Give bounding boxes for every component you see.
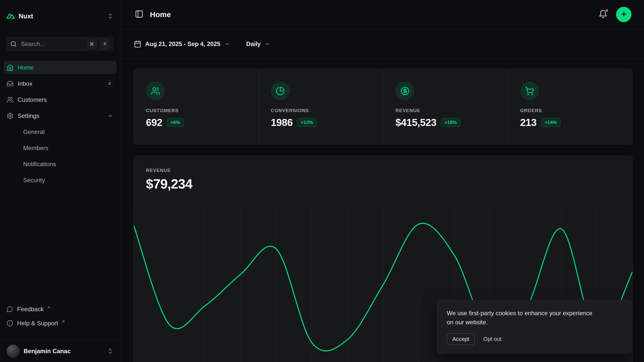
feedback-link[interactable]: Feedback xyxy=(4,303,116,315)
search-input[interactable]: Search... ⌘ K xyxy=(7,37,113,51)
cookie-actions: Accept Opt out xyxy=(447,333,622,345)
kbd-meta: ⌘ xyxy=(87,39,97,49)
revenue-label: REVENUE xyxy=(146,168,620,173)
sidebar-item-notifications[interactable]: Notifications xyxy=(4,157,116,171)
sidebar-spacer xyxy=(0,190,120,303)
sidebar-item-home[interactable]: Home xyxy=(4,61,116,74)
home-icon xyxy=(7,64,14,71)
users-icon xyxy=(146,81,165,100)
stat-value: 692 xyxy=(146,117,162,128)
sidebar-child-label: General xyxy=(23,128,45,135)
stat-label: REVENUE xyxy=(395,108,496,113)
cookie-optout-button[interactable]: Opt out xyxy=(483,336,501,342)
message-bubble-icon xyxy=(7,306,13,312)
sidebar-item-general[interactable]: General xyxy=(4,125,116,139)
circle-dollar-icon xyxy=(395,81,414,100)
stat-label: CONVERSIONS xyxy=(271,108,371,113)
date-range-picker[interactable]: Aug 21, 2025 - Sep 4, 2025 xyxy=(134,40,230,48)
notifications-button[interactable] xyxy=(597,9,609,20)
stat-change-badge: +13% xyxy=(297,118,316,127)
page-title: Home xyxy=(150,10,171,19)
inbox-icon xyxy=(7,80,14,87)
sidebar-toggle-button[interactable] xyxy=(134,9,144,20)
user-menu[interactable]: Benjamin Canac xyxy=(0,340,120,362)
sidebar-child-label: Notifications xyxy=(23,161,56,168)
workspace-name: Nuxt xyxy=(19,12,33,20)
chevron-up-icon xyxy=(107,113,113,119)
stat-value: 1986 xyxy=(271,117,293,128)
stat-label: CUSTOMERS xyxy=(146,108,247,113)
sidebar-item-label: Home xyxy=(18,64,34,71)
sidebar-item-label: Customers xyxy=(18,96,47,103)
plus-icon xyxy=(620,10,628,19)
avatar xyxy=(7,345,20,358)
sidebar-item-members[interactable]: Members xyxy=(4,141,116,155)
search-placeholder: Search... xyxy=(21,40,83,48)
help-support-label: Help & Support xyxy=(17,320,58,327)
panel-left-icon xyxy=(135,10,143,19)
cookie-banner: We use first-party cookies to enhance yo… xyxy=(437,300,632,354)
revenue-card-header: REVENUE $79,234 xyxy=(134,156,632,192)
user-name: Benjamin Canac xyxy=(24,348,71,355)
stat-conversions: CONVERSIONS 1986 +13% xyxy=(259,69,383,145)
chevron-down-icon xyxy=(264,41,270,47)
sidebar-item-customers[interactable]: Customers xyxy=(4,93,116,106)
notification-dot xyxy=(605,9,609,13)
sidebar-item-label: Inbox xyxy=(18,80,32,87)
stat-value: $415,523 xyxy=(395,117,436,128)
help-support-link[interactable]: Help & Support xyxy=(4,317,116,330)
sidebar-footer: Feedback Help & Support xyxy=(4,303,116,331)
stat-value: 213 xyxy=(520,117,537,128)
kbd-k: K xyxy=(101,39,110,49)
sidebar-item-security[interactable]: Security xyxy=(4,173,116,187)
revenue-total: $79,234 xyxy=(146,176,620,192)
filter-bar: Aug 21, 2025 - Sep 4, 2025 Daily xyxy=(120,29,644,59)
sidebar-item-settings[interactable]: Settings xyxy=(4,109,116,122)
period-label: Daily xyxy=(246,40,261,48)
chevron-down-icon xyxy=(224,41,230,47)
sidebar: Nuxt Search... ⌘ K Home xyxy=(0,0,120,362)
topbar-actions xyxy=(597,7,631,22)
stat-label: ORDERS xyxy=(520,108,621,113)
topbar: Home xyxy=(120,0,644,29)
search-icon xyxy=(10,41,17,47)
chevrons-up-down-icon xyxy=(107,13,113,19)
stat-revenue: REVENUE $415,523 +18% xyxy=(383,69,508,145)
info-circle-icon xyxy=(7,320,13,327)
stat-change-badge: +14% xyxy=(541,118,560,127)
shopping-cart-icon xyxy=(520,81,539,100)
workspace-switcher[interactable]: Nuxt xyxy=(4,9,116,24)
sidebar-child-label: Security xyxy=(23,177,45,184)
cookie-message: We use first-party cookies to enhance yo… xyxy=(447,309,593,327)
inbox-count-badge: 4 xyxy=(105,80,113,87)
sidebar-child-label: Members xyxy=(23,145,48,152)
sidebar-item-label: Settings xyxy=(18,112,39,119)
stats-row: CUSTOMERS 692 +6% CONVERSIONS 1986 +13% xyxy=(134,69,633,145)
feedback-label: Feedback xyxy=(17,306,44,313)
date-range-label: Aug 21, 2025 - Sep 4, 2025 xyxy=(145,40,220,48)
stat-change-badge: +6% xyxy=(167,118,184,127)
gear-icon xyxy=(7,112,14,119)
users-icon xyxy=(7,96,14,103)
stat-customers: CUSTOMERS 692 +6% xyxy=(134,69,259,145)
calendar-icon xyxy=(134,40,141,48)
external-link-icon xyxy=(61,320,65,324)
external-link-icon xyxy=(47,305,51,310)
period-select[interactable]: Daily xyxy=(246,40,270,48)
chart-pie-icon xyxy=(271,81,290,100)
cookie-accept-button[interactable]: Accept xyxy=(447,333,475,345)
sidebar-nav: Home Inbox 4 Customers Settings xyxy=(4,61,116,190)
add-button[interactable] xyxy=(616,7,631,22)
sidebar-item-inbox[interactable]: Inbox 4 xyxy=(4,77,116,90)
stat-orders: ORDERS 213 +14% xyxy=(508,69,633,145)
chevrons-up-down-icon xyxy=(107,348,113,354)
nuxt-logo-icon xyxy=(7,12,15,20)
stat-change-badge: +18% xyxy=(441,118,460,127)
